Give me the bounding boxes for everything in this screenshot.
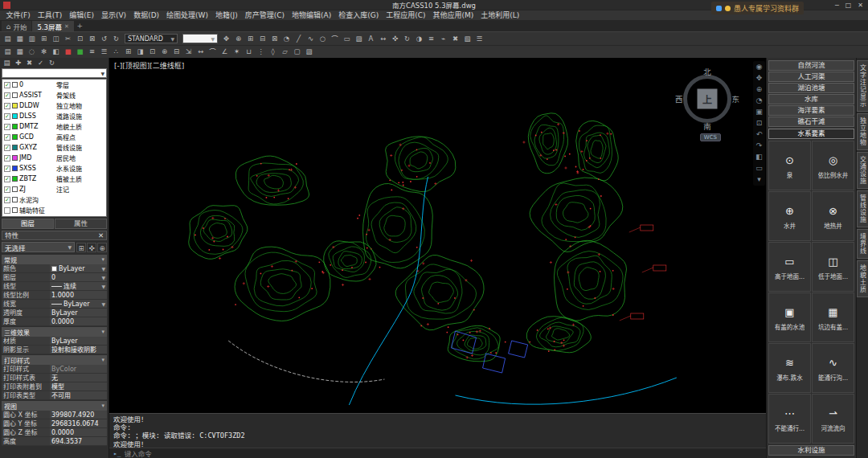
delete-layer-icon[interactable]: ✖ bbox=[24, 59, 35, 67]
menu-item-文件(F)[interactable]: 文件(F) bbox=[2, 10, 34, 21]
stretch-icon[interactable]: ↔ bbox=[194, 47, 207, 57]
tab-close-icon[interactable]: ✕ bbox=[64, 23, 69, 30]
array-icon[interactable]: ⊟ bbox=[170, 47, 182, 57]
orbit-tool-icon[interactable]: ◔ bbox=[755, 96, 764, 105]
scale-icon[interactable]: ⇲ bbox=[182, 47, 194, 57]
tab-layers[interactable]: 图层 bbox=[2, 219, 54, 229]
layer-row[interactable]: ✓DLSS道路设施 bbox=[2, 111, 106, 121]
property-value[interactable]: 0▼ bbox=[50, 273, 107, 281]
new-layer-icon[interactable]: ✚ bbox=[13, 59, 23, 67]
symbol-依比例水井[interactable]: ◎依比例水井 bbox=[812, 141, 854, 190]
property-value[interactable]: ByLayer▼ bbox=[50, 300, 107, 308]
layer-visibility-checkbox[interactable]: ✓ bbox=[4, 176, 10, 182]
view-back-icon[interactable]: ↶ bbox=[755, 130, 764, 139]
text-style-combo[interactable]: STANDARD▼ bbox=[125, 34, 178, 43]
side-tab-管线设施[interactable]: 管线设施 bbox=[857, 190, 868, 227]
layer-visibility-checkbox[interactable] bbox=[4, 207, 10, 214]
region-icon[interactable]: ▱ bbox=[279, 47, 291, 57]
side-tab-境界线[interactable]: 境界线 bbox=[857, 229, 868, 259]
property-value[interactable]: ByLayer bbox=[50, 337, 107, 345]
layer-visibility-checkbox[interactable]: ✓ bbox=[4, 134, 10, 141]
explode-icon[interactable]: ✶ bbox=[231, 47, 243, 57]
layer-properties-icon[interactable]: ▤ bbox=[2, 59, 12, 67]
tab-attributes[interactable]: 属性 bbox=[55, 219, 107, 229]
side-tab-交通设施[interactable]: 交通设施 bbox=[857, 152, 868, 189]
open-file-icon[interactable]: ▦ bbox=[14, 34, 26, 44]
layer-row[interactable]: ✓DLDW独立地物 bbox=[2, 100, 106, 111]
layer-color-swatch[interactable] bbox=[12, 186, 18, 192]
layer-visibility-checkbox[interactable]: ✓ bbox=[4, 145, 10, 151]
divide-icon[interactable]: ⋮ bbox=[255, 47, 267, 57]
symbol-泉[interactable]: ⊙泉 bbox=[768, 141, 811, 190]
annotation-monitor-icon[interactable]: ▭ bbox=[755, 164, 764, 173]
viewport-controls[interactable]: [-][顶视图][二维线框] bbox=[114, 60, 184, 71]
property-value[interactable]: 2968316.0674 bbox=[50, 419, 107, 427]
palette-category-礁石干滩[interactable]: 礁石干滩 bbox=[768, 117, 854, 127]
zoom-window-icon[interactable]: ⊞ bbox=[244, 34, 256, 44]
props-section-header[interactable]: 打印样式▾ bbox=[2, 355, 107, 365]
property-value[interactable]: ByLayer▼ bbox=[50, 264, 107, 272]
layer-lock-icon[interactable]: ◧ bbox=[50, 47, 62, 57]
set-current-layer-icon[interactable]: ✓ bbox=[35, 59, 46, 67]
close-button[interactable]: ✕ bbox=[858, 2, 863, 9]
property-value[interactable]: 模型 bbox=[50, 382, 107, 391]
property-value[interactable]: 无 bbox=[50, 374, 107, 382]
chamfer-icon[interactable]: ∠ bbox=[219, 47, 231, 57]
zoom-previous-icon[interactable]: ⊟ bbox=[256, 34, 268, 44]
layer-visibility-checkbox[interactable]: ✓ bbox=[4, 155, 10, 162]
select-objects-icon[interactable]: ✜ bbox=[87, 243, 96, 252]
property-value[interactable]: 0.0000 bbox=[50, 428, 107, 436]
wipeout-icon[interactable]: ▨ bbox=[303, 47, 315, 57]
mirror-icon[interactable]: ◑ bbox=[413, 34, 425, 44]
block-icon[interactable]: ◨ bbox=[134, 47, 146, 57]
plot-preview-icon[interactable]: ◫ bbox=[50, 34, 62, 44]
symbol-坑边有盖...[interactable]: ▦坑边有盖... bbox=[812, 292, 854, 342]
dropdown-arrow[interactable]: ▼ bbox=[101, 273, 105, 281]
dropdown-arrow[interactable]: ▼ bbox=[101, 300, 105, 308]
undo-icon[interactable]: ↺ bbox=[98, 34, 110, 44]
properties-icon[interactable]: ☰ bbox=[473, 34, 485, 44]
layer-visibility-checkbox[interactable]: ✓ bbox=[4, 103, 10, 109]
layer-color-swatch[interactable] bbox=[12, 176, 18, 182]
side-tab-文字注记显示[interactable]: 文字注记显示 bbox=[857, 60, 868, 112]
layer-color-swatch[interactable] bbox=[12, 82, 18, 88]
point-style-icon[interactable]: ∴ bbox=[110, 47, 122, 57]
collapse-icon[interactable]: ▾ bbox=[101, 357, 104, 363]
menu-item-工程应用(C)[interactable]: 工程应用(C) bbox=[383, 10, 429, 21]
maximize-button[interactable]: □ bbox=[845, 2, 852, 9]
group-icon[interactable]: ⊞ bbox=[122, 47, 134, 57]
zoom-extents-icon[interactable]: ⊠ bbox=[268, 34, 280, 44]
orbit-icon[interactable]: ◔ bbox=[280, 34, 293, 44]
layer-row[interactable]: ✓ZJ注记 bbox=[2, 184, 106, 194]
menu-item-绘图处理(W)[interactable]: 绘图处理(W) bbox=[163, 10, 212, 21]
rotate-icon[interactable]: ↻ bbox=[401, 34, 413, 44]
full-navigation-wheel-icon[interactable]: ◉ bbox=[755, 63, 764, 72]
plot-icon[interactable]: ⊞ bbox=[38, 34, 50, 44]
layer-row[interactable]: ✓SXSS水系设施 bbox=[2, 163, 106, 174]
layer-row[interactable]: ✓水泥沟 bbox=[2, 194, 106, 205]
layer-color-swatch[interactable] bbox=[12, 207, 18, 213]
measure-icon[interactable]: ◊ bbox=[267, 47, 279, 57]
layer-color-swatch[interactable] bbox=[12, 113, 18, 119]
property-value[interactable]: 连续▼ bbox=[50, 282, 107, 290]
menu-item-显示(V)[interactable]: 显示(V) bbox=[97, 10, 129, 21]
property-value[interactable]: 1.0000 bbox=[50, 291, 107, 299]
menu-item-地籍(J)[interactable]: 地籍(J) bbox=[212, 10, 242, 21]
symbol-瀑布.跌水[interactable]: ≋瀑布.跌水 bbox=[768, 343, 811, 393]
arc-icon[interactable]: ⌒ bbox=[329, 34, 341, 44]
palette-current-category[interactable]: 水系要素 bbox=[768, 129, 854, 139]
symbol-高于地面...[interactable]: ▭高于地面... bbox=[768, 242, 811, 292]
layer-color-swatch[interactable] bbox=[12, 92, 18, 98]
layer-color-swatch[interactable] bbox=[12, 197, 18, 202]
menu-item-检查入库(G)[interactable]: 检查入库(G) bbox=[335, 10, 383, 21]
move-icon[interactable]: ✜ bbox=[389, 34, 401, 44]
paste-icon[interactable]: ⊠ bbox=[86, 34, 98, 44]
toggle-pickadd-icon[interactable]: ⊞ bbox=[76, 243, 86, 252]
dropdown-arrow[interactable]: ▼ bbox=[101, 264, 105, 272]
symbol-水井[interactable]: ⊕水井 bbox=[768, 191, 811, 241]
redo-icon[interactable]: ↻ bbox=[110, 34, 122, 44]
palette-category-水库[interactable]: 水库 bbox=[768, 94, 854, 104]
quick-select-icon[interactable]: ⊕ bbox=[97, 243, 107, 252]
side-tab-地貌土质[interactable]: 地貌土质 bbox=[857, 260, 868, 297]
symbol-不能通行...[interactable]: ⋯不能通行... bbox=[768, 394, 811, 444]
